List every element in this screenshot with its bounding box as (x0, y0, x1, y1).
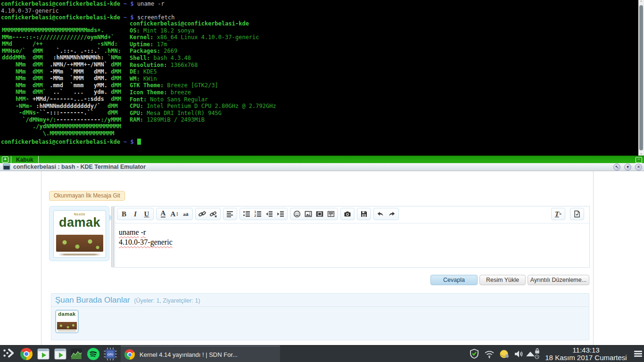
konsole-icon (3, 164, 10, 170)
user-avatar[interactable]: Nestlé damak (49, 206, 109, 261)
keep-above-button[interactable]: ↖ (613, 164, 620, 171)
panel-divider (51, 306, 589, 307)
task-button-browser[interactable]: Kernel 4.14 yayınlandı ! | SDN For... (121, 346, 280, 362)
volume-icon[interactable] (513, 348, 524, 360)
font-color-icon[interactable]: A (157, 209, 169, 219)
indent-icon[interactable] (275, 209, 286, 219)
toolbar-group: T (290, 208, 338, 220)
italic-icon[interactable]: I (130, 209, 141, 219)
tray-expand-arrow-icon[interactable] (526, 352, 535, 356)
svg-text:1: 1 (254, 210, 256, 214)
avatar-chocolate (56, 235, 103, 252)
terminal-window[interactable]: confickerbelasi@confickerbelasi-kde ~ $ … (0, 0, 644, 156)
numbered-list-icon[interactable]: 12 (252, 209, 264, 219)
terminal-prompt[interactable]: confickerbelasi@confickerbelasi-kde ~ $ (1, 139, 141, 146)
bold-icon[interactable]: B (118, 209, 130, 219)
scroll-down-icon[interactable]: ⌄ (640, 151, 643, 156)
status-indicators (534, 347, 540, 361)
toolbar-group (570, 208, 584, 220)
quote-icon[interactable]: T (325, 209, 337, 219)
font-size-icon[interactable]: A▲▼ (169, 209, 180, 219)
smiley-icon[interactable] (291, 209, 303, 219)
terminal-line: confickerbelasi@confickerbelasi-kde ~ $ … (1, 0, 165, 8)
scroll-up-icon[interactable]: ⌃ (640, 0, 643, 5)
online-now-panel: Şuan Burada Olanlar (Üyeler: 1, Ziyaretç… (51, 293, 589, 340)
align-left-icon[interactable] (224, 209, 236, 219)
goto-unread-button[interactable]: Okunmayan İlk Mesaja Git (49, 191, 125, 201)
new-tab-button[interactable]: + (2, 156, 8, 163)
tab-kabuk[interactable]: Kabuk (11, 156, 39, 163)
avatar-chocolate (57, 322, 77, 329)
close-button[interactable]: × (635, 164, 642, 171)
cpu-chip-icon[interactable]: CPU (104, 347, 117, 361)
system-monitor-icon[interactable] (70, 347, 83, 361)
chrome-icon (124, 349, 135, 360)
clock-time: 11:43:13 (540, 346, 632, 354)
toolbar-group: T× (551, 208, 565, 220)
toolbar-group (195, 208, 221, 220)
scrollbar-thumb[interactable] (639, 5, 643, 150)
terminal-cursor (137, 139, 141, 145)
svg-text:CPU: CPU (107, 353, 114, 356)
redo-icon[interactable] (386, 209, 397, 219)
advanced-edit-button[interactable]: Ayrıntılı Düzenleme... (528, 275, 589, 285)
toolbar-group (223, 208, 237, 220)
media-player-icon[interactable] (37, 347, 50, 361)
window-title: confickerbelasi : bash - KDE Terminal Em… (13, 164, 146, 170)
clock-date: 18 Kasım 2017 Cumartesi (540, 354, 632, 362)
clock-indicator-icon (534, 354, 540, 359)
media-player-icon[interactable] (54, 347, 67, 361)
source-icon[interactable] (571, 209, 583, 219)
app-launcher-icon[interactable] (1, 346, 16, 360)
link-icon[interactable] (197, 209, 208, 219)
toolbar-group: 12 (239, 208, 288, 220)
taskbar: CPU Kernel 4.14 yayınlandı ! | SDN For..… (0, 345, 644, 362)
toolbar-group (340, 208, 355, 220)
security-shield-icon[interactable] (469, 348, 480, 360)
screen: confickerbelasi@confickerbelasi-kde ~ $ … (0, 0, 644, 362)
window-titlebar[interactable]: confickerbelasi : bash - KDE Terminal Em… (0, 163, 644, 171)
reply-button[interactable]: Cevapla (430, 275, 478, 285)
minimize-button[interactable]: ▾ (624, 164, 631, 171)
underline-icon[interactable]: U (141, 209, 152, 219)
mint-ascii-logo: MMMMMMMMMMMMMMMMMMMMMMMMMmds+. MMm----::… (2, 27, 121, 137)
editor-content[interactable]: uname -r4.10.0-37-generic (115, 223, 589, 253)
wallet-icon[interactable] (499, 348, 510, 360)
spotify-icon[interactable] (87, 347, 100, 361)
terminal-scrollbar[interactable]: ⌃ ⌄ (638, 0, 644, 156)
konsole-tabbar: + Kabuk − (0, 156, 644, 163)
task-label: Kernel 4.14 yayınlandı ! | SDN For... (140, 351, 238, 358)
terminal-output: 4.10.0-37-generic (1, 8, 59, 15)
bullet-list-icon[interactable] (241, 209, 252, 219)
editor-text-line[interactable]: 4.10.0-37-generic (119, 238, 586, 247)
lock-indicator-icon (534, 348, 540, 354)
panel-menu-icon[interactable] (634, 351, 642, 357)
avatar-brand-label: damak (56, 312, 78, 317)
editor-resize-handle[interactable] (111, 206, 114, 268)
upload-image-button[interactable]: Resim Yükle (479, 275, 526, 285)
editor-text-line[interactable]: uname -r (119, 228, 586, 237)
unlink-icon[interactable] (208, 209, 219, 219)
online-member-avatar[interactable]: damak (55, 310, 79, 333)
forum-page: Okunmayan İlk Mesaja Git Nestlé damak BI… (0, 171, 644, 345)
media-icon[interactable] (314, 209, 325, 219)
wifi-icon[interactable] (484, 348, 495, 360)
digital-clock[interactable]: 11:43:13 18 Kasım 2017 Cumartesi (540, 346, 632, 362)
remove-format-icon[interactable]: T× (553, 209, 564, 219)
undo-icon[interactable] (375, 209, 386, 219)
tabbar-minimize-button[interactable]: − (636, 157, 642, 163)
save-icon[interactable] (358, 209, 370, 219)
toolbar-group (357, 208, 371, 220)
reply-editor[interactable]: BIUAA▲▼aa12TT× uname -r4.10.0-37-generic (115, 206, 590, 268)
toolbar-group (373, 208, 399, 220)
text-case-icon[interactable]: aa (180, 209, 191, 219)
toolbar-group: BIU (117, 208, 154, 220)
outdent-icon[interactable] (264, 209, 275, 219)
online-now-title: Şuan Burada Olanlar (55, 296, 130, 305)
image-icon[interactable] (303, 209, 314, 219)
camera-icon[interactable] (342, 209, 353, 219)
avatar-caption (58, 330, 76, 331)
toolbar-group: AA▲▼aa (156, 208, 193, 220)
chrome-icon[interactable] (20, 347, 33, 361)
svg-text:2: 2 (254, 214, 256, 217)
